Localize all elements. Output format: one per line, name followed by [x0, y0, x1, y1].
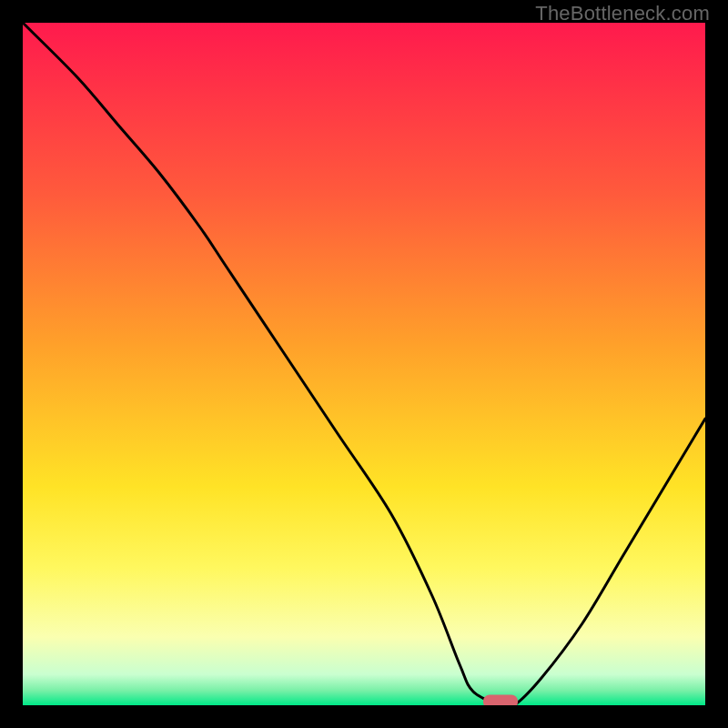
plot-area — [23, 23, 705, 705]
chart-background — [23, 23, 705, 705]
optimal-point-marker — [483, 695, 518, 706]
watermark-label: TheBottleneck.com — [535, 2, 710, 25]
chart-frame: TheBottleneck.com — [0, 0, 728, 728]
chart-svg — [23, 23, 705, 705]
